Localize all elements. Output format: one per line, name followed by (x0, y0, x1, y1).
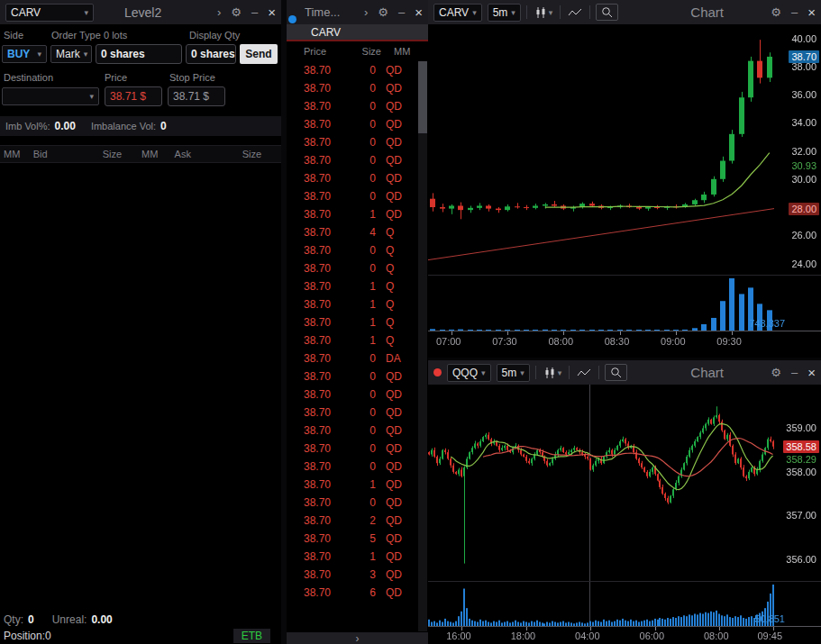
chevron-right-icon[interactable]: › (217, 6, 221, 18)
col-ask: Ask (175, 149, 242, 159)
minimize-button[interactable]: – (791, 367, 798, 378)
volume-readout: 743,337 (749, 318, 785, 329)
shares-input[interactable]: 0 shares (96, 44, 182, 64)
time-tick-mark (452, 331, 452, 335)
magnifier-icon (601, 6, 613, 18)
window-title: Chart (690, 5, 724, 20)
tape-row: 38.701Q (287, 313, 417, 331)
side-select[interactable]: BUY ▾ (2, 45, 47, 63)
position-footer: Qty: 0 Unreal: 0.00 Position:0 ETB (0, 612, 281, 644)
time-tick-label: 07:30 (492, 336, 517, 347)
order-type-label: Order Type (51, 30, 104, 41)
close-button[interactable]: × (268, 5, 276, 19)
book-column-headers: MM Bid Size MM Ask Size (0, 145, 281, 163)
destination-controls: ▾ 38.71 $ 38.71 $ (0, 86, 281, 109)
etb-status-badge: ETB (233, 629, 270, 643)
chart-symbol-value: QQQ (452, 367, 478, 379)
display-qty-input[interactable]: 0 shares (186, 44, 236, 64)
tape-row: 38.705QD (287, 530, 417, 548)
chart-type-button[interactable]: ▾ (542, 365, 564, 381)
minimize-button[interactable]: – (791, 6, 798, 18)
chevron-down-icon: ▾ (520, 368, 525, 377)
line-chart-button[interactable] (566, 5, 584, 20)
candlestick-icon (543, 367, 556, 379)
price-chart[interactable]: 359.00358.00357.00356.00358.58358.29 (428, 385, 821, 581)
candlestick-canvas[interactable] (428, 385, 821, 581)
charts-column: CARV ▾ 5m ▾ ▾ (428, 0, 821, 644)
send-button[interactable]: Send (240, 44, 278, 64)
chart-type-button[interactable]: ▾ (533, 5, 555, 21)
chevron-down-icon: ▾ (89, 92, 94, 101)
time-tick-label: 08:30 (605, 336, 630, 347)
level2-window: CARV ▾ Level2 › ⚙ – × Side Order Type 0 … (0, 0, 281, 644)
zoom-button[interactable] (596, 4, 618, 21)
chart-titlebar: QQQ ▾ 5m ▾ ▾ (428, 360, 821, 385)
chart-titlebar: CARV ▾ 5m ▾ ▾ (428, 0, 821, 24)
scroll-right-icon[interactable]: › (356, 633, 360, 644)
volume-chart[interactable]: 743,337 (428, 275, 821, 331)
chart-window-qqq: QQQ ▾ 5m ▾ ▾ (428, 360, 821, 644)
side-value: BUY (7, 48, 30, 60)
tape-row: 38.700QD (287, 133, 417, 151)
scrollbar-thumb[interactable] (418, 61, 427, 133)
link-indicator[interactable] (433, 368, 442, 376)
close-button[interactable]: × (807, 366, 816, 379)
chart-symbol-select[interactable]: CARV ▾ (433, 4, 482, 22)
tape-row: 38.700QD (287, 494, 417, 512)
symbol-select[interactable]: CARV ▾ (5, 4, 94, 22)
tape-row: 38.700QD (287, 458, 417, 476)
chart-window-carv: CARV ▾ 5m ▾ ▾ (428, 0, 821, 358)
chevron-down-icon: ▾ (37, 50, 41, 59)
tape-row: 38.700QD (287, 367, 417, 385)
tape-row: 38.706QD (287, 584, 417, 602)
time-tick-label: 08:00 (704, 630, 729, 641)
gear-icon[interactable]: ⚙ (771, 367, 781, 378)
unreal-label: Unreal: (52, 613, 87, 626)
tape-row: 38.701Q (287, 295, 417, 313)
display-qty-label: Display Qty (189, 30, 281, 41)
col-mm-bid: MM (0, 149, 33, 159)
tape-tabbar: CARV (287, 24, 428, 41)
tab-carv[interactable]: CARV (311, 26, 341, 39)
time-tick-label: 09:45 (758, 630, 783, 641)
tape-row: 38.700Q (287, 259, 417, 277)
close-button[interactable]: × (415, 5, 423, 19)
gear-icon[interactable]: ⚙ (378, 6, 388, 18)
chevron-down-icon: ▾ (558, 368, 562, 377)
col-bid: Bid (33, 149, 103, 159)
close-button[interactable]: × (807, 5, 816, 19)
imb-vol-value: 0 (160, 120, 167, 132)
time-tick-mark (507, 331, 508, 335)
minimize-button[interactable]: – (398, 6, 405, 18)
chevron-down-icon: ▾ (84, 50, 88, 59)
symbol-value: CARV (11, 6, 41, 19)
price-chart[interactable]: 40.0038.0036.0034.0032.0030.0028.0026.00… (428, 24, 821, 275)
level2-titlebar: CARV ▾ Level2 › ⚙ – × (0, 0, 281, 24)
volume-chart[interactable]: 50,851 (428, 581, 821, 626)
tape-row: 38.701QD (287, 476, 417, 494)
col-mm: MM (394, 46, 410, 57)
gear-icon[interactable]: ⚙ (231, 6, 242, 18)
minimize-button[interactable]: – (251, 6, 258, 18)
chart-symbol-select[interactable]: QQQ ▾ (447, 364, 491, 382)
tape-bottom-bar[interactable]: › (287, 632, 428, 644)
link-indicator[interactable] (288, 15, 296, 23)
stop-price-input[interactable]: 38.71 $ (168, 86, 225, 106)
order-entry-controls: BUY ▾ Mark ▾ 0 shares 0 shares Send (0, 43, 281, 67)
tape-scrollbar[interactable] (418, 61, 427, 631)
order-type-select[interactable]: Mark ▾ (50, 45, 92, 63)
tape-row: 38.700QD (287, 385, 417, 404)
time-sales-titlebar: Time... › ⚙ – × (287, 0, 428, 24)
timeframe-select[interactable]: 5m ▾ (488, 4, 521, 22)
chevron-right-icon[interactable]: › (364, 6, 368, 18)
price-label: Price (105, 72, 169, 83)
time-tick-label: 16:00 (446, 630, 471, 641)
price-input[interactable]: 38.71 $ (105, 86, 162, 106)
candlestick-icon (534, 6, 547, 19)
timeframe-select[interactable]: 5m ▾ (497, 364, 530, 382)
zoom-button[interactable] (605, 364, 627, 381)
gear-icon[interactable]: ⚙ (771, 6, 781, 18)
candlestick-canvas[interactable] (428, 24, 821, 275)
line-chart-button[interactable] (575, 366, 593, 380)
destination-select[interactable]: ▾ (2, 87, 99, 105)
